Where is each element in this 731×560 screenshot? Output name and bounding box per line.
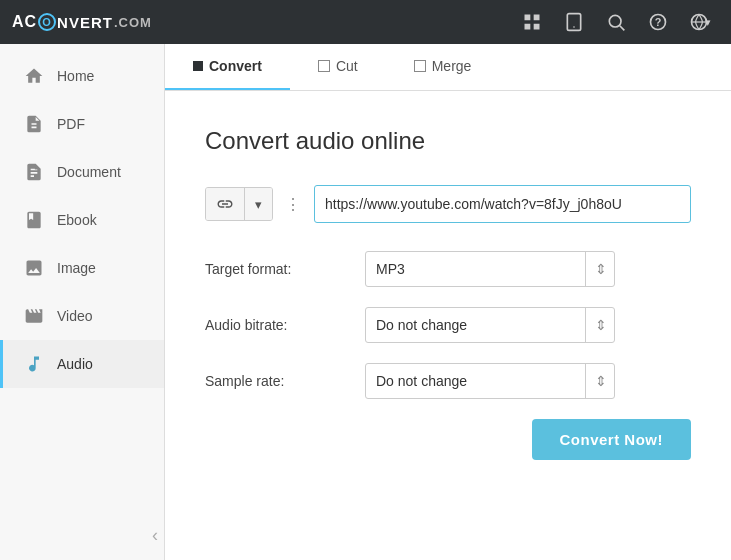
audio-bitrate-select[interactable]: Do not change 64 kbps 128 kbps 192 kbps … xyxy=(365,307,615,343)
sidebar-label-image: Image xyxy=(57,260,96,276)
sidebar-label-video: Video xyxy=(57,308,93,324)
logo-ac: AC xyxy=(12,13,37,31)
target-format-label: Target format: xyxy=(205,261,365,277)
language-dropdown-arrow: ▾ xyxy=(705,16,711,29)
logo-circle-letter: O xyxy=(42,16,52,28)
link-icon-btn[interactable] xyxy=(206,188,244,220)
target-format-select[interactable]: MP3 WAV OGG FLAC AAC WMA M4A xyxy=(365,251,615,287)
tab-convert-label: Convert xyxy=(209,58,262,74)
search-icon-btn[interactable] xyxy=(597,0,635,44)
sidebar-label-document: Document xyxy=(57,164,121,180)
tablet-icon xyxy=(564,12,584,32)
ebook-icon xyxy=(23,209,45,231)
language-icon-btn[interactable]: ▾ xyxy=(681,0,719,44)
sidebar-item-home[interactable]: Home xyxy=(0,52,164,100)
page-title: Convert audio online xyxy=(205,127,691,155)
audio-bitrate-row: Audio bitrate: Do not change 64 kbps 128… xyxy=(205,307,691,343)
audio-icon xyxy=(23,353,45,375)
url-dots: ⋮ xyxy=(279,195,308,214)
url-btn-group: ▾ xyxy=(205,187,273,221)
dropdown-arrow-btn[interactable]: ▾ xyxy=(245,188,272,220)
url-input[interactable] xyxy=(314,185,691,223)
page-content: Convert audio online ▾ ⋮ Target format: xyxy=(165,91,731,560)
target-format-row: Target format: MP3 WAV OGG FLAC AAC WMA … xyxy=(205,251,691,287)
top-nav: AC O NVERT .COM ? ▾ xyxy=(0,0,731,44)
tablet-icon-btn[interactable] xyxy=(555,0,593,44)
sidebar-label-home: Home xyxy=(57,68,94,84)
video-icon xyxy=(23,305,45,327)
grid-icon-btn[interactable] xyxy=(513,0,551,44)
sidebar: Home PDF Document Ebook Image xyxy=(0,44,165,560)
image-icon xyxy=(23,257,45,279)
help-icon-btn[interactable]: ? xyxy=(639,0,677,44)
tab-convert[interactable]: Convert xyxy=(165,44,290,90)
sidebar-item-video[interactable]: Video xyxy=(0,292,164,340)
convert-now-button[interactable]: Convert Now! xyxy=(532,419,692,460)
tab-cut-label: Cut xyxy=(336,58,358,74)
svg-line-3 xyxy=(620,26,625,31)
convert-btn-row: Convert Now! xyxy=(205,419,691,460)
logo-circle: O xyxy=(38,13,56,31)
tab-cut[interactable]: Cut xyxy=(290,44,386,90)
tab-convert-indicator xyxy=(193,61,203,71)
content-area: Convert Cut Merge Convert audio online xyxy=(165,44,731,560)
svg-point-1 xyxy=(573,26,575,28)
tab-merge-label: Merge xyxy=(432,58,472,74)
target-format-select-wrap: MP3 WAV OGG FLAC AAC WMA M4A ⇕ xyxy=(365,251,615,287)
link-icon xyxy=(216,195,234,213)
sample-rate-label: Sample rate: xyxy=(205,373,365,389)
nav-icons: ? ▾ xyxy=(513,0,719,44)
logo-domain: .COM xyxy=(114,15,152,30)
sidebar-toggle[interactable]: ‹ xyxy=(0,511,164,560)
sidebar-item-pdf[interactable]: PDF xyxy=(0,100,164,148)
tabs: Convert Cut Merge xyxy=(165,44,731,91)
main-layout: Home PDF Document Ebook Image xyxy=(0,44,731,560)
svg-text:?: ? xyxy=(655,16,662,28)
tab-merge[interactable]: Merge xyxy=(386,44,500,90)
tab-merge-checkbox xyxy=(414,60,426,72)
document-icon xyxy=(23,161,45,183)
sidebar-item-document[interactable]: Document xyxy=(0,148,164,196)
audio-bitrate-select-wrap: Do not change 64 kbps 128 kbps 192 kbps … xyxy=(365,307,615,343)
search-icon xyxy=(606,12,626,32)
sidebar-label-pdf: PDF xyxy=(57,116,85,132)
pdf-icon xyxy=(23,113,45,135)
sample-rate-row: Sample rate: Do not change 8000 Hz 11025… xyxy=(205,363,691,399)
home-icon xyxy=(23,65,45,87)
dropdown-arrow-icon: ▾ xyxy=(255,197,262,212)
audio-bitrate-label: Audio bitrate: xyxy=(205,317,365,333)
sidebar-toggle-icon: ‹ xyxy=(152,525,158,546)
sidebar-item-image[interactable]: Image xyxy=(0,244,164,292)
url-area: ▾ ⋮ xyxy=(205,185,691,223)
help-icon: ? xyxy=(648,12,668,32)
grid-icon xyxy=(522,12,542,32)
logo-nvert: NVERT xyxy=(57,14,113,31)
sidebar-label-audio: Audio xyxy=(57,356,93,372)
sidebar-label-ebook: Ebook xyxy=(57,212,97,228)
sample-rate-select[interactable]: Do not change 8000 Hz 11025 Hz 22050 Hz … xyxy=(365,363,615,399)
tab-cut-checkbox xyxy=(318,60,330,72)
logo: AC O NVERT .COM xyxy=(12,13,152,31)
svg-point-2 xyxy=(609,15,621,27)
sidebar-item-ebook[interactable]: Ebook xyxy=(0,196,164,244)
sidebar-item-audio[interactable]: Audio xyxy=(0,340,164,388)
sample-rate-select-wrap: Do not change 8000 Hz 11025 Hz 22050 Hz … xyxy=(365,363,615,399)
